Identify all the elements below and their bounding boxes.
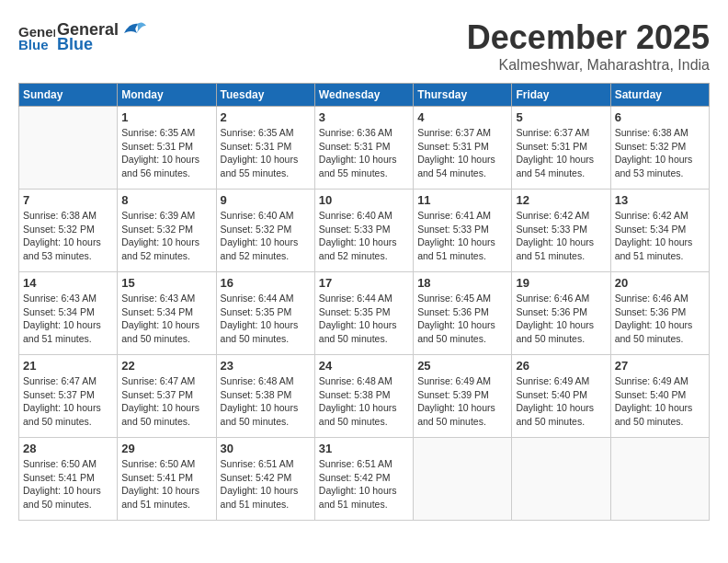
day-number: 29 bbox=[121, 442, 211, 455]
day-number: 4 bbox=[417, 110, 507, 124]
day-info: Sunrise: 6:49 AM Sunset: 5:39 PM Dayligh… bbox=[417, 374, 507, 429]
day-number: 19 bbox=[516, 276, 606, 290]
logo: General Blue General Blue bbox=[18, 18, 146, 55]
day-number: 13 bbox=[615, 193, 705, 207]
day-cell: 21Sunrise: 6:47 AM Sunset: 5:37 PM Dayli… bbox=[19, 355, 118, 438]
day-cell: 31Sunrise: 6:51 AM Sunset: 5:42 PM Dayli… bbox=[314, 438, 413, 521]
page-header: General Blue General Blue December 2025 … bbox=[18, 18, 710, 74]
day-number: 3 bbox=[319, 110, 409, 124]
week-row-2: 7Sunrise: 6:38 AM Sunset: 5:32 PM Daylig… bbox=[19, 190, 710, 272]
day-info: Sunrise: 6:40 AM Sunset: 5:32 PM Dayligh… bbox=[221, 209, 311, 263]
day-info: Sunrise: 6:37 AM Sunset: 5:31 PM Dayligh… bbox=[516, 126, 606, 180]
day-cell: 9Sunrise: 6:40 AM Sunset: 5:32 PM Daylig… bbox=[216, 190, 314, 272]
day-number: 21 bbox=[23, 359, 113, 373]
calendar-table: SundayMondayTuesdayWednesdayThursdayFrid… bbox=[18, 83, 710, 521]
day-info: Sunrise: 6:38 AM Sunset: 5:32 PM Dayligh… bbox=[615, 126, 705, 180]
day-number: 6 bbox=[615, 110, 705, 124]
weekday-header-monday: Monday bbox=[118, 84, 216, 107]
day-info: Sunrise: 6:43 AM Sunset: 5:34 PM Dayligh… bbox=[23, 292, 113, 346]
day-info: Sunrise: 6:42 AM Sunset: 5:33 PM Dayligh… bbox=[516, 209, 606, 263]
day-cell: 5Sunrise: 6:37 AM Sunset: 5:31 PM Daylig… bbox=[512, 107, 610, 190]
day-info: Sunrise: 6:35 AM Sunset: 5:31 PM Dayligh… bbox=[121, 126, 211, 180]
day-number: 22 bbox=[121, 359, 211, 373]
day-info: Sunrise: 6:48 AM Sunset: 5:38 PM Dayligh… bbox=[319, 374, 409, 429]
week-row-1: 1Sunrise: 6:35 AM Sunset: 5:31 PM Daylig… bbox=[19, 107, 710, 190]
day-cell: 15Sunrise: 6:43 AM Sunset: 5:34 PM Dayli… bbox=[118, 272, 216, 355]
day-cell: 22Sunrise: 6:47 AM Sunset: 5:37 PM Dayli… bbox=[118, 355, 216, 438]
day-cell: 17Sunrise: 6:44 AM Sunset: 5:35 PM Dayli… bbox=[314, 272, 413, 355]
day-cell: 20Sunrise: 6:46 AM Sunset: 5:36 PM Dayli… bbox=[610, 272, 709, 355]
day-cell: 19Sunrise: 6:46 AM Sunset: 5:36 PM Dayli… bbox=[512, 272, 610, 355]
day-info: Sunrise: 6:45 AM Sunset: 5:36 PM Dayligh… bbox=[417, 292, 507, 346]
day-number: 23 bbox=[221, 359, 311, 373]
day-number: 15 bbox=[121, 276, 211, 290]
weekday-header-saturday: Saturday bbox=[610, 84, 709, 107]
day-number: 8 bbox=[121, 193, 211, 207]
month-title: December 2025 bbox=[467, 18, 710, 57]
day-number: 27 bbox=[615, 359, 705, 373]
title-block: December 2025 Kalmeshwar, Maharashtra, I… bbox=[467, 18, 710, 74]
day-info: Sunrise: 6:41 AM Sunset: 5:33 PM Dayligh… bbox=[417, 209, 507, 263]
day-number: 26 bbox=[516, 359, 606, 373]
week-row-5: 28Sunrise: 6:50 AM Sunset: 5:41 PM Dayli… bbox=[19, 438, 710, 521]
day-cell: 26Sunrise: 6:49 AM Sunset: 5:40 PM Dayli… bbox=[512, 355, 610, 438]
day-info: Sunrise: 6:44 AM Sunset: 5:35 PM Dayligh… bbox=[221, 292, 311, 346]
weekday-header-tuesday: Tuesday bbox=[216, 84, 314, 107]
day-cell: 16Sunrise: 6:44 AM Sunset: 5:35 PM Dayli… bbox=[216, 272, 314, 355]
day-number: 10 bbox=[319, 193, 409, 207]
day-cell: 14Sunrise: 6:43 AM Sunset: 5:34 PM Dayli… bbox=[19, 272, 118, 355]
day-cell: 27Sunrise: 6:49 AM Sunset: 5:40 PM Dayli… bbox=[610, 355, 709, 438]
day-number: 11 bbox=[417, 193, 507, 207]
day-cell: 24Sunrise: 6:48 AM Sunset: 5:38 PM Dayli… bbox=[314, 355, 413, 438]
day-number: 1 bbox=[121, 110, 211, 124]
day-info: Sunrise: 6:42 AM Sunset: 5:34 PM Dayligh… bbox=[615, 209, 705, 263]
day-info: Sunrise: 6:49 AM Sunset: 5:40 PM Dayligh… bbox=[516, 374, 606, 429]
day-number: 18 bbox=[417, 276, 507, 290]
day-cell: 6Sunrise: 6:38 AM Sunset: 5:32 PM Daylig… bbox=[610, 107, 709, 190]
day-cell bbox=[512, 438, 610, 521]
day-info: Sunrise: 6:46 AM Sunset: 5:36 PM Dayligh… bbox=[516, 292, 606, 346]
day-number: 25 bbox=[417, 359, 507, 373]
day-cell: 7Sunrise: 6:38 AM Sunset: 5:32 PM Daylig… bbox=[19, 190, 118, 272]
day-number: 2 bbox=[221, 110, 311, 124]
day-info: Sunrise: 6:47 AM Sunset: 5:37 PM Dayligh… bbox=[121, 374, 211, 429]
day-number: 17 bbox=[319, 276, 409, 290]
weekday-header-wednesday: Wednesday bbox=[314, 84, 413, 107]
day-info: Sunrise: 6:36 AM Sunset: 5:31 PM Dayligh… bbox=[319, 126, 409, 180]
weekday-header-friday: Friday bbox=[512, 84, 610, 107]
day-info: Sunrise: 6:46 AM Sunset: 5:36 PM Dayligh… bbox=[615, 292, 705, 346]
weekday-header-sunday: Sunday bbox=[19, 84, 118, 107]
day-info: Sunrise: 6:44 AM Sunset: 5:35 PM Dayligh… bbox=[319, 292, 409, 346]
day-cell: 29Sunrise: 6:50 AM Sunset: 5:41 PM Dayli… bbox=[118, 438, 216, 521]
weekday-header-row: SundayMondayTuesdayWednesdayThursdayFrid… bbox=[19, 84, 710, 107]
day-info: Sunrise: 6:50 AM Sunset: 5:41 PM Dayligh… bbox=[121, 457, 211, 511]
day-info: Sunrise: 6:39 AM Sunset: 5:32 PM Dayligh… bbox=[121, 209, 211, 263]
day-cell bbox=[414, 438, 512, 521]
day-cell: 13Sunrise: 6:42 AM Sunset: 5:34 PM Dayli… bbox=[610, 190, 709, 272]
day-cell: 23Sunrise: 6:48 AM Sunset: 5:38 PM Dayli… bbox=[216, 355, 314, 438]
day-info: Sunrise: 6:43 AM Sunset: 5:34 PM Dayligh… bbox=[121, 292, 211, 346]
day-cell bbox=[610, 438, 709, 521]
day-cell: 3Sunrise: 6:36 AM Sunset: 5:31 PM Daylig… bbox=[314, 107, 413, 190]
svg-text:Blue: Blue bbox=[18, 37, 49, 52]
day-cell: 2Sunrise: 6:35 AM Sunset: 5:31 PM Daylig… bbox=[216, 107, 314, 190]
day-info: Sunrise: 6:47 AM Sunset: 5:37 PM Dayligh… bbox=[23, 374, 113, 429]
day-info: Sunrise: 6:38 AM Sunset: 5:32 PM Dayligh… bbox=[23, 209, 113, 263]
day-info: Sunrise: 6:48 AM Sunset: 5:38 PM Dayligh… bbox=[221, 374, 311, 429]
day-number: 5 bbox=[516, 110, 606, 124]
day-info: Sunrise: 6:51 AM Sunset: 5:42 PM Dayligh… bbox=[221, 457, 311, 511]
day-info: Sunrise: 6:51 AM Sunset: 5:42 PM Dayligh… bbox=[319, 457, 409, 511]
day-info: Sunrise: 6:50 AM Sunset: 5:41 PM Dayligh… bbox=[23, 457, 113, 511]
day-cell: 11Sunrise: 6:41 AM Sunset: 5:33 PM Dayli… bbox=[414, 190, 512, 272]
day-cell: 25Sunrise: 6:49 AM Sunset: 5:39 PM Dayli… bbox=[414, 355, 512, 438]
day-cell: 8Sunrise: 6:39 AM Sunset: 5:32 PM Daylig… bbox=[118, 190, 216, 272]
bird-icon bbox=[120, 20, 146, 37]
day-cell: 10Sunrise: 6:40 AM Sunset: 5:33 PM Dayli… bbox=[314, 190, 413, 272]
day-number: 20 bbox=[615, 276, 705, 290]
day-number: 31 bbox=[319, 442, 409, 455]
day-cell bbox=[19, 107, 118, 190]
day-info: Sunrise: 6:40 AM Sunset: 5:33 PM Dayligh… bbox=[319, 209, 409, 263]
day-cell: 1Sunrise: 6:35 AM Sunset: 5:31 PM Daylig… bbox=[118, 107, 216, 190]
day-number: 7 bbox=[23, 193, 113, 207]
day-number: 30 bbox=[221, 442, 311, 455]
